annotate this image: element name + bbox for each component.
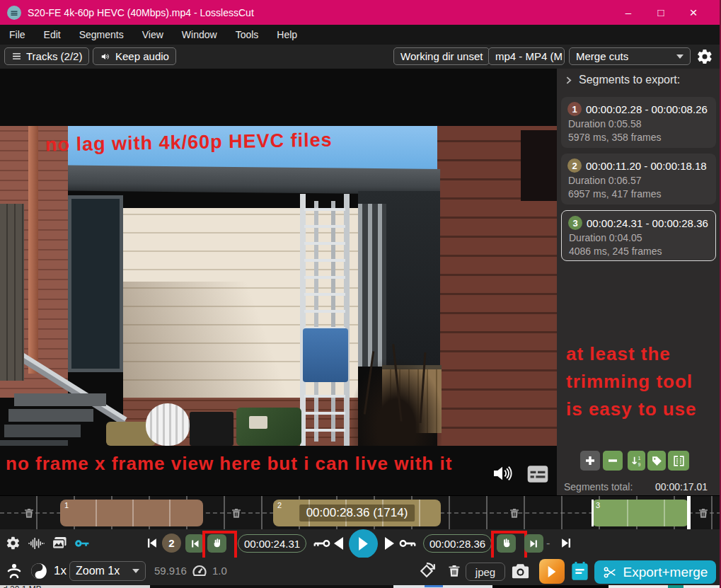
volume-icon[interactable] bbox=[490, 462, 515, 485]
partial-status-text: d 20.1 MB bbox=[3, 585, 42, 588]
capture-format-button[interactable]: jpeg bbox=[466, 563, 505, 581]
add-segment-button[interactable] bbox=[580, 451, 600, 471]
timeline-trash-icon[interactable] bbox=[23, 507, 35, 519]
bottom-sliver: d 20.1 MB bbox=[0, 585, 721, 588]
jump-cut-end-button[interactable] bbox=[524, 534, 543, 553]
scene-roof bbox=[37, 165, 440, 195]
media-player-icon[interactable] bbox=[539, 559, 565, 584]
timeline-segment-3[interactable]: 3 bbox=[592, 500, 689, 526]
discard-trash-icon[interactable] bbox=[447, 563, 461, 579]
segments-header[interactable]: Segments to export: bbox=[564, 74, 680, 86]
export-merge-button[interactable]: Export+merge bbox=[594, 560, 716, 584]
menu-tools[interactable]: Tools bbox=[226, 29, 268, 40]
capture-format-value: jpeg bbox=[475, 566, 495, 578]
zoom-select[interactable]: Zoom 1x bbox=[69, 561, 146, 581]
keyframe-key-icon[interactable] bbox=[74, 536, 91, 550]
tracks-icon bbox=[11, 52, 22, 61]
segment-number-badge: 3 bbox=[568, 216, 582, 230]
play-button[interactable] bbox=[349, 529, 378, 558]
segment-detail: 6957 ms, 417 frames bbox=[568, 188, 710, 200]
sort-segments-button[interactable]: 19 bbox=[628, 451, 645, 471]
segment-counter-badge[interactable]: 2 bbox=[162, 534, 181, 553]
working-dir-label: Working dir unset bbox=[400, 50, 483, 62]
video-frame[interactable]: no lag with 4k/60p HEVC files bbox=[0, 126, 557, 446]
remove-segment-button[interactable] bbox=[603, 451, 623, 471]
chevron-down-icon bbox=[676, 54, 683, 59]
segment-range: 00:00:24.31 - 00:00:28.36 bbox=[587, 217, 708, 229]
timeline-trash-icon[interactable] bbox=[698, 507, 709, 519]
desktop-fragment bbox=[668, 585, 683, 588]
segment-detail: 5978 ms, 358 frames bbox=[568, 132, 710, 143]
output-format-select[interactable]: mp4 - MP4 (M bbox=[488, 47, 565, 65]
rotate-icon[interactable] bbox=[417, 562, 436, 580]
scene-bag-label bbox=[249, 416, 267, 429]
person-icon[interactable] bbox=[6, 563, 23, 580]
speedometer-icon[interactable] bbox=[191, 563, 208, 580]
zoom-value: Zoom 1x bbox=[76, 565, 120, 577]
camera-icon[interactable] bbox=[511, 563, 530, 580]
timeline-segment-2[interactable]: 2 00:00:28.36 (1714) bbox=[273, 500, 441, 526]
jump-file-end-icon[interactable] bbox=[560, 536, 573, 550]
segments-sidebar: Segments to export: 1 00:00:02.28 - 00:0… bbox=[557, 69, 721, 495]
output-format-value: mp4 - MP4 (M bbox=[495, 50, 563, 62]
timeline-trash-icon[interactable] bbox=[231, 507, 242, 519]
calendar-notes-icon[interactable] bbox=[570, 561, 589, 582]
merge-mode-select[interactable]: Merge cuts bbox=[569, 47, 691, 65]
waveform-icon[interactable] bbox=[27, 537, 45, 550]
step-forward-icon[interactable] bbox=[384, 537, 394, 550]
subtitles-icon[interactable] bbox=[526, 465, 549, 483]
working-dir-button[interactable]: Working dir unset bbox=[393, 47, 490, 65]
scene-ladder bbox=[297, 194, 354, 446]
timeline[interactable]: 1 2 00:00:28.36 (1714) 3 bbox=[0, 495, 721, 529]
menu-segments[interactable]: Segments bbox=[70, 29, 133, 40]
cut-start-time-input[interactable]: 00:00:24.31 bbox=[238, 534, 306, 553]
segment-start-handle[interactable] bbox=[592, 500, 594, 526]
close-button[interactable]: × bbox=[677, 0, 710, 25]
invert-segments-button[interactable] bbox=[668, 451, 689, 471]
merge-mode-value: Merge cuts bbox=[576, 50, 628, 62]
scene-vent bbox=[521, 130, 557, 201]
sidebar-note-line1: at least the bbox=[566, 343, 671, 365]
minimize-button[interactable]: – bbox=[612, 0, 645, 25]
key-right-icon[interactable] bbox=[399, 538, 417, 549]
timeline-segment-label: 1 bbox=[64, 501, 69, 509]
segment-card-1[interactable]: 1 00:00:02.28 - 00:00:08.26 Duration 0:0… bbox=[561, 97, 716, 148]
timeline-trash-icon[interactable] bbox=[509, 507, 520, 519]
yin-yang-icon[interactable] bbox=[30, 562, 48, 580]
split-segments-icon bbox=[672, 455, 686, 467]
svg-text:9: 9 bbox=[638, 461, 641, 466]
menu-file[interactable]: File bbox=[0, 29, 35, 40]
menu-view[interactable]: View bbox=[133, 29, 173, 40]
timeline-settings-gear-icon[interactable] bbox=[6, 536, 21, 550]
scene-soil-bags bbox=[236, 408, 301, 446]
timeline-segment-label: 3 bbox=[596, 501, 600, 509]
key-left-icon[interactable] bbox=[312, 538, 330, 549]
thumbnails-icon[interactable] bbox=[51, 536, 68, 550]
desktop-fragment bbox=[492, 585, 608, 588]
plus-icon bbox=[584, 454, 596, 467]
fps-label: 59.916 bbox=[154, 565, 187, 577]
scene-left-fence bbox=[0, 204, 24, 381]
step-back-icon[interactable] bbox=[334, 537, 344, 550]
label-segment-button[interactable] bbox=[647, 451, 666, 471]
segment-number-badge: 2 bbox=[567, 158, 582, 173]
segment-card-3-selected[interactable]: 3 00:00:24.31 - 00:00:28.36 Duration 0:0… bbox=[561, 210, 716, 261]
menu-help[interactable]: Help bbox=[267, 29, 306, 40]
cut-end-time-input[interactable]: 00:00:28.36 bbox=[423, 534, 492, 553]
jump-file-start-icon[interactable] bbox=[145, 536, 158, 550]
segment-duration: Duration 0:06.57 bbox=[568, 175, 710, 186]
scissors-icon bbox=[603, 565, 617, 580]
jump-cut-start-button[interactable] bbox=[185, 534, 204, 553]
maximize-button[interactable]: □ bbox=[645, 0, 677, 25]
transport-bar: 2 00:00:24.31 00:00:28.36 bbox=[0, 529, 721, 558]
tracks-button[interactable]: Tracks (2/2) bbox=[4, 47, 89, 65]
segment-card-2[interactable]: 2 00:00:11.20 - 00:00:18.18 Duration 0:0… bbox=[561, 154, 716, 204]
settings-gear-icon[interactable] bbox=[696, 48, 713, 65]
segment-number-badge: 1 bbox=[567, 102, 582, 116]
keep-audio-button[interactable]: Keep audio bbox=[93, 47, 176, 65]
menu-edit[interactable]: Edit bbox=[35, 29, 70, 40]
timeline-segment-1[interactable]: 1 bbox=[60, 500, 203, 526]
menu-window[interactable]: Window bbox=[173, 29, 226, 40]
segment-range: 00:00:02.28 - 00:00:08.26 bbox=[586, 103, 708, 115]
playhead[interactable] bbox=[687, 496, 691, 530]
